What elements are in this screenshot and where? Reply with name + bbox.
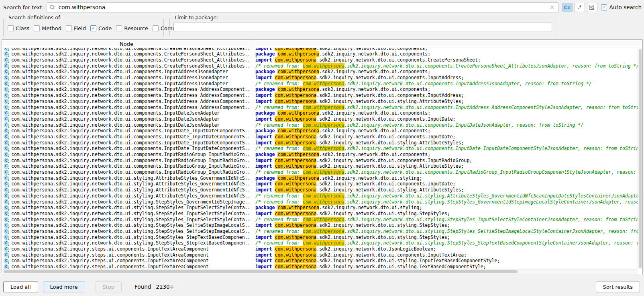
class-icon: C <box>4 134 9 139</box>
vertical-scrollbar-thumb[interactable] <box>639 49 642 268</box>
package-input[interactable] <box>173 22 552 31</box>
result-row[interactable]: Ccom.withpersona.sdk2.inquiry.network.dt… <box>2 234 638 240</box>
result-row[interactable]: Ccom.withpersona.sdk2.inquiry.steps.ui.c… <box>2 252 638 258</box>
code-preview: import com.withpersona.sdk2.inquiry.netw… <box>251 258 638 263</box>
code-preview: import com.withpersona.sdk2.inquiry.netw… <box>251 57 638 63</box>
result-row[interactable]: Ccom.withpersona.sdk2.inquiry.steps.ui.c… <box>2 258 638 264</box>
checkbox-box[interactable]: ✓ <box>116 25 122 31</box>
checkbox-field[interactable]: ✓Field <box>66 25 86 31</box>
result-row[interactable]: Ccom.withpersona.sdk2.inquiry.network.dt… <box>2 211 638 217</box>
result-row[interactable]: Ccom.withpersona.sdk2.inquiry.network.dt… <box>2 122 638 128</box>
node-path: com.withpersona.sdk2.inquiry.network.dto… <box>11 211 251 216</box>
clear-search-icon[interactable]: × <box>549 4 556 11</box>
result-row[interactable]: Ccom.withpersona.sdk2.inquiry.network.dt… <box>2 163 638 169</box>
result-row[interactable]: Ccom.withpersona.sdk2.inquiry.network.dt… <box>2 240 638 246</box>
result-row[interactable]: Ccom.withpersona.sdk2.inquiry.network.dt… <box>2 146 638 152</box>
result-row[interactable]: Ccom.withpersona.sdk2.inquiry.network.dt… <box>2 92 638 99</box>
checkbox-resource[interactable]: ✓Resource <box>116 25 148 31</box>
code-preview: /* renamed from: com.withpersona.sdk2.in… <box>251 105 638 110</box>
result-row[interactable]: Ccom.withpersona.sdk2.inquiry.network.dt… <box>2 228 638 234</box>
result-row[interactable]: Ccom.withpersona.sdk2.inquiry.network.dt… <box>2 199 638 205</box>
result-row[interactable]: Ccom.withpersona.sdk2.inquiry.network.dt… <box>2 57 638 63</box>
auto-search-checkbox[interactable]: ✓ <box>601 4 607 10</box>
stop-button[interactable]: Stop <box>96 282 122 292</box>
definition-checkboxes: ✓Class✓Method✓Field✓Code✓Resource✓Commen… <box>8 25 193 31</box>
match-case-button[interactable]: Cc <box>562 3 573 12</box>
results-table: Node Ccom.withpersona.sdk2.inquiry.netwo… <box>2 39 643 274</box>
checkbox-box[interactable]: ✓ <box>34 25 40 31</box>
search-input[interactable]: × <box>47 2 558 12</box>
node-path: com.withpersona.sdk2.inquiry.network.dto… <box>11 99 251 104</box>
result-row[interactable]: Ccom.withpersona.sdk2.inquiry.network.dt… <box>2 187 638 193</box>
result-row[interactable]: Ccom.withpersona.sdk2.inquiry.network.dt… <box>2 157 638 163</box>
checkbox-box[interactable]: ✓ <box>90 25 96 31</box>
result-row[interactable]: Ccom.withpersona.sdk2.inquiry.network.dt… <box>2 216 638 222</box>
checkbox-method[interactable]: ✓Method <box>34 25 61 31</box>
result-row[interactable]: Ccom.withpersona.sdk2.inquiry.network.dt… <box>2 222 638 228</box>
horizontal-scrollbar-thumb[interactable] <box>4 270 518 273</box>
result-row[interactable]: Ccom.withpersona.sdk2.inquiry.network.dt… <box>2 69 638 75</box>
result-row[interactable]: Ccom.withpersona.sdk2.inquiry.network.dt… <box>2 134 638 140</box>
result-row[interactable]: Ccom.withpersona.sdk2.inquiry.network.dt… <box>2 205 638 211</box>
search-in-content-button[interactable] <box>587 3 597 12</box>
code-preview: package com.withpersona.sdk2.inquiry.net… <box>251 152 638 157</box>
result-row[interactable]: Ccom.withpersona.sdk2.inquiry.network.dt… <box>2 75 638 81</box>
node-column-header[interactable]: Node <box>2 40 251 48</box>
regex-button[interactable]: .* <box>575 3 585 12</box>
sort-results-button[interactable]: Sort results <box>596 282 640 292</box>
horizontal-scrollbar[interactable] <box>2 269 638 274</box>
footer-bar: Load all Load more Stop Found 2130+ Sort… <box>3 281 640 293</box>
class-icon: C <box>4 223 9 228</box>
checkbox-box[interactable]: ✓ <box>153 25 159 31</box>
search-text-field[interactable] <box>59 4 549 10</box>
load-all-button[interactable]: Load all <box>3 282 38 292</box>
node-path: com.withpersona.sdk2.inquiry.network.dto… <box>11 86 251 92</box>
checkbox-code[interactable]: ✓Code <box>90 25 112 31</box>
code-column-header[interactable] <box>251 40 642 48</box>
result-row[interactable]: Ccom.withpersona.sdk2.inquiry.network.dt… <box>2 181 638 187</box>
result-row[interactable]: Ccom.withpersona.sdk2.inquiry.network.dt… <box>2 193 638 199</box>
code-preview: import com.withpersona.sdk2.inquiry.netw… <box>251 234 638 240</box>
node-path: com.withpersona.sdk2.inquiry.network.dto… <box>11 222 251 228</box>
node-path: com.withpersona.sdk2.inquiry.network.dto… <box>11 228 251 234</box>
load-more-button[interactable]: Load more <box>43 282 85 292</box>
node-cell: Ccom.withpersona.sdk2.inquiry.network.dt… <box>2 116 251 122</box>
result-row[interactable]: Ccom.withpersona.sdk2.inquiry.network.dt… <box>2 99 638 105</box>
result-row[interactable]: Ccom.withpersona.sdk2.inquiry.network.dt… <box>2 104 638 110</box>
node-cell: Ccom.withpersona.sdk2.inquiry.steps.ui.c… <box>2 258 251 264</box>
result-row[interactable]: Ccom.withpersona.sdk2.inquiry.network.dt… <box>2 116 638 122</box>
checkbox-box[interactable]: ✓ <box>66 25 72 31</box>
result-row[interactable]: Ccom.withpersona.sdk2.inquiry.network.dt… <box>2 80 638 86</box>
node-path: com.withpersona.sdk2.inquiry.network.dto… <box>11 234 251 240</box>
result-row[interactable]: Ccom.withpersona.sdk2.inquiry.network.dt… <box>2 128 638 134</box>
code-preview: import com.withpersona.sdk2.inquiry.netw… <box>251 246 638 252</box>
class-icon: C <box>4 81 9 86</box>
result-row[interactable]: Ccom.withpersona.sdk2.inquiry.steps.ui.c… <box>2 246 638 252</box>
result-row[interactable]: Ccom.withpersona.sdk2.inquiry.network.dt… <box>2 140 638 146</box>
result-row[interactable]: Ccom.withpersona.sdk2.inquiry.network.dt… <box>2 175 638 181</box>
result-row[interactable]: Ccom.withpersona.sdk2.inquiry.network.dt… <box>2 63 638 69</box>
class-icon: C <box>4 122 9 127</box>
result-row[interactable]: Ccom.withpersona.sdk2.inquiry.network.dt… <box>2 48 638 51</box>
node-path: com.withpersona.sdk2.inquiry.network.dto… <box>11 175 251 181</box>
result-row[interactable]: Ccom.withpersona.sdk2.inquiry.steps.ui.c… <box>2 264 638 269</box>
class-icon: C <box>4 158 9 163</box>
node-cell: Ccom.withpersona.sdk2.inquiry.network.dt… <box>2 211 251 217</box>
node-cell: Ccom.withpersona.sdk2.inquiry.network.dt… <box>2 157 251 163</box>
result-row[interactable]: Ccom.withpersona.sdk2.inquiry.network.dt… <box>2 86 638 92</box>
node-cell: Ccom.withpersona.sdk2.inquiry.network.dt… <box>2 205 251 211</box>
code-preview: package com.withpersona.sdk2.inquiry.net… <box>251 69 638 74</box>
vertical-scrollbar[interactable] <box>638 48 642 269</box>
search-icon[interactable] <box>49 4 56 10</box>
node-cell: Ccom.withpersona.sdk2.inquiry.network.dt… <box>2 104 251 110</box>
result-row[interactable]: Ccom.withpersona.sdk2.inquiry.network.dt… <box>2 169 638 175</box>
auto-search-toggle[interactable]: ✓ Auto search <box>601 4 642 10</box>
checkbox-class[interactable]: ✓Class <box>8 25 29 31</box>
result-row[interactable]: Ccom.withpersona.sdk2.inquiry.network.dt… <box>2 51 638 57</box>
node-cell: Ccom.withpersona.sdk2.inquiry.network.dt… <box>2 134 251 140</box>
checkbox-box[interactable]: ✓ <box>8 25 14 31</box>
result-row[interactable]: Ccom.withpersona.sdk2.inquiry.network.dt… <box>2 152 638 158</box>
result-row[interactable]: Ccom.withpersona.sdk2.inquiry.network.dt… <box>2 110 638 116</box>
node-cell: Ccom.withpersona.sdk2.inquiry.network.dt… <box>2 57 251 63</box>
class-icon: C <box>4 164 9 169</box>
